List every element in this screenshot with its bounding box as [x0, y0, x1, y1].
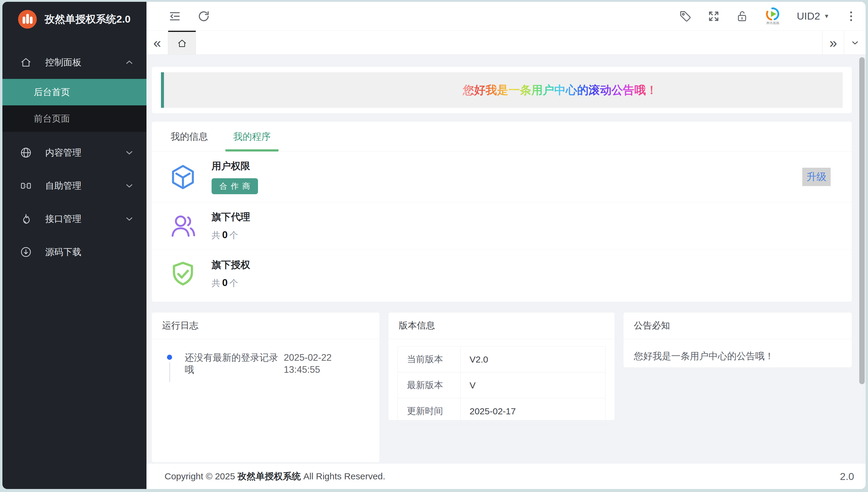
- avatar[interactable]: 腾讯视频: [764, 7, 782, 26]
- version-value: V2.0: [461, 347, 606, 372]
- version-table: 当前版本 V2.0 最新版本 V 更新时间 2025-02-17: [398, 346, 606, 424]
- kebab-menu-icon[interactable]: [844, 10, 858, 23]
- row-sub-agents: 旗下代理 共0个: [152, 202, 852, 250]
- tab-my-programs[interactable]: 我的程序: [226, 122, 279, 151]
- tencent-video-logo-icon: [766, 7, 780, 21]
- main-content: 您好我是一条用户中心的滚动公告哦！ 我的信息 我的程序 用户权限 合作商 升级: [146, 55, 866, 464]
- chevron-down-icon: [124, 214, 135, 224]
- footer-version: 2.0: [840, 471, 854, 482]
- card-tabs: 我的信息 我的程序: [152, 122, 852, 152]
- version-label: 更新时间: [398, 398, 461, 424]
- sidebar-item-label: 自助管理: [45, 180, 81, 192]
- unlock-icon[interactable]: [735, 10, 749, 23]
- sidebar-item-control-panel[interactable]: 控制面板: [2, 46, 146, 79]
- agent-count: 共0个: [212, 229, 250, 242]
- double-chevron-right-icon: »: [829, 34, 837, 51]
- chevron-down-icon: [124, 181, 135, 191]
- dropdown-caret-icon: ▼: [824, 13, 829, 20]
- users-icon: [169, 212, 197, 240]
- row-title: 旗下授权: [212, 259, 250, 272]
- sidebar-item-label: 内容管理: [45, 147, 81, 159]
- timeline-tail: [169, 362, 170, 382]
- row-title: 用户权限: [212, 159, 258, 173]
- tab-home[interactable]: [168, 31, 196, 54]
- sidebar-item-api-mgmt[interactable]: 接口管理: [2, 202, 146, 236]
- tab-bar: « »: [146, 31, 866, 55]
- marquee-announcement-text: 您好我是一条用户中心的滚动公告哦！: [463, 82, 657, 98]
- timeline-dot: [167, 355, 172, 360]
- license-count: 共0个: [212, 277, 250, 289]
- sidebar-item-label: 源码下载: [45, 246, 81, 259]
- profile-card: 我的信息 我的程序 用户权限 合作商 升级 旗下代理 共0个: [152, 122, 852, 302]
- upgrade-link[interactable]: 升级: [802, 168, 830, 186]
- footer: Copyright © 2025 孜然单授权系统 All Rights Rese…: [146, 464, 866, 489]
- double-chevron-left-icon: «: [154, 34, 161, 51]
- role-badge: 合作商: [212, 178, 258, 194]
- notice-content: 您好我是一条用户中心的公告哦！: [624, 339, 852, 363]
- home-icon: [177, 38, 187, 48]
- content-column: 腾讯视频 UID2 ▼ « »: [146, 2, 866, 489]
- notice-panel: 公告必知 您好我是一条用户中心的公告哦！: [624, 313, 852, 367]
- brand-name: 孜然单授权系统: [237, 471, 301, 481]
- download-icon: [20, 246, 32, 258]
- scroll-tabs-right-button[interactable]: »: [822, 31, 844, 54]
- log-timestamp: 2025-02-22 13:45:55: [284, 352, 368, 376]
- sidebar-item-backend-home[interactable]: 后台首页: [2, 79, 146, 105]
- log-entry: 还没有最新的登录记录哦 2025-02-22 13:45:55: [152, 339, 379, 382]
- row-sub-licenses: 旗下授权 共0个: [152, 250, 852, 297]
- sidebar: 孜然单授权系统2.0 控制面板 后台首页 前台页面 内容管理: [2, 2, 146, 489]
- sidebar-item-label: 后台首页: [34, 86, 70, 98]
- sidebar-item-content-mgmt[interactable]: 内容管理: [2, 136, 146, 169]
- vertical-scrollbar-thumb[interactable]: [859, 57, 865, 384]
- table-row: 当前版本 V2.0: [398, 347, 606, 372]
- copyright-text: Copyright © 2025 孜然单授权系统 All Rights Rese…: [165, 470, 385, 483]
- panel-title: 版本信息: [389, 313, 614, 339]
- shield-check-icon: [169, 260, 197, 288]
- tag-icon[interactable]: [679, 10, 692, 23]
- home-icon: [20, 56, 32, 68]
- app-title: 孜然单授权系统2.0: [45, 13, 131, 26]
- fullscreen-icon[interactable]: [707, 10, 720, 23]
- refresh-icon[interactable]: [197, 10, 210, 23]
- app-window: 孜然单授权系统2.0 控制面板 后台首页 前台页面 内容管理: [2, 2, 866, 489]
- tab-my-info[interactable]: 我的信息: [163, 122, 216, 151]
- self-service-icon: [20, 180, 32, 192]
- globe-icon: [20, 147, 32, 159]
- table-row: 更新时间 2025-02-17: [398, 398, 606, 424]
- collapse-sidebar-icon[interactable]: [168, 10, 182, 23]
- version-label: 最新版本: [398, 372, 461, 398]
- sidebar-item-frontend-page[interactable]: 前台页面: [2, 105, 146, 132]
- scroll-tabs-left-button[interactable]: «: [146, 31, 168, 54]
- announcement-card: 您好我是一条用户中心的滚动公告哦！: [152, 67, 852, 113]
- row-user-permission: 用户权限 合作商 升级: [152, 152, 852, 202]
- user-dropdown[interactable]: UID2 ▼: [797, 10, 829, 22]
- bottom-panels: 运行日志 还没有最新的登录记录哦 2025-02-22 13:45:55 版本信…: [152, 313, 852, 462]
- sidebar-item-source-download[interactable]: 源码下载: [2, 236, 146, 269]
- sidebar-item-label: 接口管理: [45, 213, 81, 225]
- log-message: 还没有最新的登录记录哦: [185, 352, 284, 376]
- chevron-up-icon: [124, 57, 135, 68]
- row-title: 旗下代理: [212, 211, 250, 224]
- sidebar-item-label: 前台页面: [34, 113, 70, 125]
- cube-icon: [169, 163, 197, 191]
- fire-icon: [20, 213, 32, 225]
- version-label: 当前版本: [398, 347, 461, 372]
- chevron-down-icon: [124, 148, 135, 158]
- sidebar-menu: 控制面板 后台首页 前台页面 内容管理 自助管理: [2, 46, 146, 269]
- run-log-panel: 运行日志 还没有最新的登录记录哦 2025-02-22 13:45:55: [152, 313, 379, 462]
- panel-title: 运行日志: [152, 313, 379, 339]
- panel-title: 公告必知: [624, 313, 852, 339]
- table-row: 最新版本 V: [398, 372, 606, 398]
- logo-icon: [18, 10, 37, 29]
- top-header: 腾讯视频 UID2 ▼: [146, 2, 866, 31]
- sidebar-item-self-service-mgmt[interactable]: 自助管理: [2, 169, 146, 202]
- version-info-panel: 版本信息 当前版本 V2.0 最新版本 V 更新时间 2025-02-17: [389, 313, 614, 420]
- sidebar-item-label: 控制面板: [45, 56, 81, 69]
- chevron-down-icon: [850, 38, 860, 48]
- version-value: V: [461, 372, 606, 398]
- announcement-bar: 您好我是一条用户中心的滚动公告哦！: [161, 72, 843, 108]
- tab-options-button[interactable]: [844, 31, 866, 54]
- avatar-caption: 腾讯视频: [766, 21, 779, 25]
- sidebar-submenu: 后台首页 前台页面: [2, 79, 146, 132]
- logo: 孜然单授权系统2.0: [2, 2, 146, 37]
